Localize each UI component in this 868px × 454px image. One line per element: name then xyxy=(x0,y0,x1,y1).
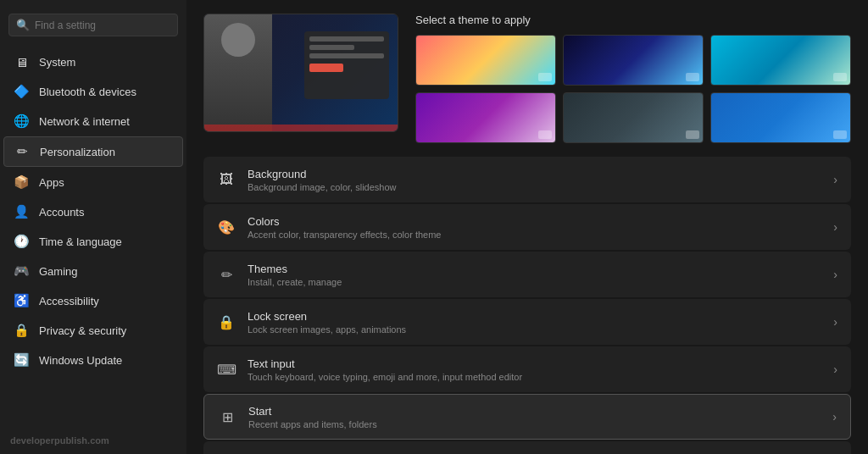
settings-title-textinput: Text input xyxy=(248,357,821,370)
search-input[interactable] xyxy=(35,19,170,31)
settings-text-lockscreen: Lock screen Lock screen images, apps, an… xyxy=(248,310,821,335)
sidebar-label-gaming: Gaming xyxy=(39,265,78,278)
theme-thumb-theme1[interactable] xyxy=(415,35,556,86)
personalization-icon: ✏ xyxy=(14,144,30,159)
sidebar-label-system: System xyxy=(39,56,75,69)
sidebar-label-personalization: Personalization xyxy=(40,146,115,158)
sidebar-item-network[interactable]: 🌐 Network & internet xyxy=(3,107,183,136)
theme-thumb-theme5[interactable] xyxy=(563,92,704,143)
textinput-icon: ⌨ xyxy=(217,360,236,379)
colors-icon: 🎨 xyxy=(217,218,236,236)
chevron-right-icon: › xyxy=(833,173,837,186)
sidebar-label-update: Windows Update xyxy=(39,354,122,367)
search-box[interactable]: 🔍 xyxy=(8,14,178,36)
sidebar-item-personalization[interactable]: ✏ Personalization xyxy=(3,136,183,167)
settings-desc-lockscreen: Lock screen images, apps, animations xyxy=(248,324,821,335)
settings-desc-start: Recent apps and items, folders xyxy=(248,419,821,429)
preview-bottom-bar xyxy=(204,125,398,131)
sidebar-item-bluetooth[interactable]: 🔷 Bluetooth & devices xyxy=(3,77,183,106)
sidebar-label-privacy: Privacy & security xyxy=(39,324,126,337)
network-icon: 🌐 xyxy=(14,114,29,129)
sidebar-item-system[interactable]: 🖥 System xyxy=(3,47,183,76)
start-icon: ⊞ xyxy=(218,407,236,426)
sidebar-label-apps: Apps xyxy=(39,176,64,189)
settings-list: 🖼 Background Background image, color, sl… xyxy=(203,157,851,454)
theme-indicator xyxy=(686,130,699,139)
settings-text-background: Background Background image, color, slid… xyxy=(248,168,821,192)
sidebar-label-time: Time & language xyxy=(39,235,122,248)
sidebar-label-network: Network & internet xyxy=(39,115,130,128)
theme-section: Select a theme to apply xyxy=(203,14,851,143)
theme-grid xyxy=(415,35,851,143)
preview-btn xyxy=(309,64,343,72)
settings-desc-textinput: Touch keyboard, voice typing, emoji and … xyxy=(248,372,821,382)
settings-text-textinput: Text input Touch keyboard, voice typing,… xyxy=(248,357,821,382)
sidebar-nav: 🖥 System 🔷 Bluetooth & devices 🌐 Network… xyxy=(0,47,186,375)
preview-image xyxy=(204,14,398,131)
chevron-right-icon: › xyxy=(832,410,837,424)
theme-thumb-theme4[interactable] xyxy=(415,92,556,143)
update-icon: 🔄 xyxy=(14,352,29,368)
settings-title-colors: Colors xyxy=(248,215,821,228)
search-icon: 🔍 xyxy=(16,19,30,31)
main-content: Select a theme to apply 🖼 Background Bac… xyxy=(186,0,868,454)
sidebar-item-update[interactable]: 🔄 Windows Update xyxy=(3,346,183,374)
settings-title-start: Start xyxy=(248,405,821,418)
accounts-icon: 👤 xyxy=(14,204,29,219)
chevron-right-icon: › xyxy=(833,268,837,281)
sidebar-item-gaming[interactable]: 🎮 Gaming xyxy=(3,257,183,285)
theme-indicator xyxy=(833,130,847,139)
chevron-right-icon: › xyxy=(833,315,837,329)
sidebar-item-apps[interactable]: 📦 Apps xyxy=(3,168,183,197)
settings-item-colors[interactable]: 🎨 Colors Accent color, transparency effe… xyxy=(203,204,851,250)
gaming-icon: 🎮 xyxy=(14,263,29,279)
settings-desc-colors: Accent color, transparency effects, colo… xyxy=(248,230,821,240)
sidebar-item-accounts[interactable]: 👤 Accounts xyxy=(3,197,183,226)
theme-indicator xyxy=(833,73,847,81)
apps-icon: 📦 xyxy=(14,174,29,190)
theme-thumb-theme6[interactable] xyxy=(710,92,851,143)
sidebar-label-bluetooth: Bluetooth & devices xyxy=(39,86,136,98)
settings-item-textinput[interactable]: ⌨ Text input Touch keyboard, voice typin… xyxy=(203,346,851,392)
theme-picker-title: Select a theme to apply xyxy=(415,14,851,26)
person-head xyxy=(221,23,255,57)
time-icon: 🕐 xyxy=(14,234,29,249)
sidebar-item-time[interactable]: 🕐 Time & language xyxy=(3,227,183,256)
accessibility-icon: ♿ xyxy=(14,293,29,308)
preview-ui-panel xyxy=(304,31,389,99)
bluetooth-icon: 🔷 xyxy=(14,84,29,99)
settings-desc-background: Background image, color, slideshow xyxy=(248,182,821,192)
sidebar-item-accessibility[interactable]: ♿ Accessibility xyxy=(3,286,183,315)
settings-text-themes: Themes Install, create, manage xyxy=(248,263,821,287)
preview-person xyxy=(204,14,272,131)
settings-item-start[interactable]: ⊞ Start Recent apps and items, folders › xyxy=(203,394,851,440)
theme-thumb-theme3[interactable] xyxy=(710,35,851,86)
settings-item-background[interactable]: 🖼 Background Background image, color, sl… xyxy=(203,157,851,202)
theme-preview xyxy=(203,14,398,132)
preview-line-2 xyxy=(309,45,354,50)
settings-desc-themes: Install, create, manage xyxy=(248,277,821,287)
privacy-icon: 🔒 xyxy=(14,323,29,338)
themes-icon: ✏ xyxy=(217,265,236,284)
settings-item-themes[interactable]: ✏ Themes Install, create, manage › xyxy=(203,252,851,297)
theme-thumb-theme2[interactable] xyxy=(563,35,704,86)
sidebar-label-accounts: Accounts xyxy=(39,206,84,219)
monitor-icon: 🖥 xyxy=(14,54,29,69)
sidebar: 🔍 🖥 System 🔷 Bluetooth & devices 🌐 Netwo… xyxy=(0,0,186,454)
sidebar-footer: developerpublish.com xyxy=(0,427,186,454)
settings-item-lockscreen[interactable]: 🔒 Lock screen Lock screen images, apps, … xyxy=(203,299,851,345)
settings-title-background: Background xyxy=(248,168,821,180)
settings-item-taskbar[interactable]: ▬ Taskbar Taskbar behaviors, system pins… xyxy=(203,441,851,454)
theme-indicator xyxy=(538,73,552,81)
lockscreen-icon: 🔒 xyxy=(217,313,236,331)
chevron-right-icon: › xyxy=(833,363,837,376)
theme-picker: Select a theme to apply xyxy=(415,14,851,143)
sidebar-label-accessibility: Accessibility xyxy=(39,295,99,307)
preview-line-1 xyxy=(309,36,384,42)
theme-indicator xyxy=(686,73,699,81)
settings-title-lockscreen: Lock screen xyxy=(248,310,821,323)
settings-text-start: Start Recent apps and items, folders xyxy=(248,405,821,429)
background-icon: 🖼 xyxy=(217,170,236,189)
settings-title-themes: Themes xyxy=(248,263,821,275)
sidebar-item-privacy[interactable]: 🔒 Privacy & security xyxy=(3,316,183,345)
